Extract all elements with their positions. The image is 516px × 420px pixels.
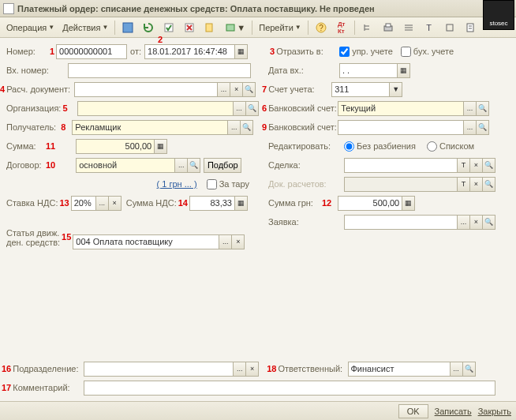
report-icon[interactable] <box>461 19 480 36</box>
request-label: Заявка: <box>268 217 344 227</box>
settle-doc-t-button[interactable]: T <box>457 177 470 192</box>
deal-t-button[interactable]: T <box>457 158 470 173</box>
text-icon[interactable]: T <box>420 19 439 36</box>
ann-15: 15 <box>62 232 71 242</box>
help-icon[interactable]: ? <box>312 19 331 36</box>
rate-hint-link[interactable]: ( 1 грн ... ) <box>157 179 197 189</box>
recipient-search-button[interactable]: 🔍 <box>240 120 253 135</box>
date-in-input[interactable] <box>339 63 398 78</box>
deal-input[interactable] <box>344 158 458 173</box>
actions-menu[interactable]: Действия▼ <box>59 19 111 36</box>
doc-select-button[interactable]: ... <box>217 82 230 97</box>
tare-checkbox[interactable] <box>207 179 217 189</box>
sum-calc-button[interactable]: ▦ <box>154 139 167 154</box>
doc-input[interactable] <box>74 82 218 97</box>
operation-menu[interactable]: Операция▼ <box>3 19 58 36</box>
request-input[interactable] <box>344 215 458 230</box>
ok-button[interactable]: OK <box>398 404 428 418</box>
org-input[interactable] <box>77 101 234 116</box>
acc-checkbox[interactable] <box>401 47 411 57</box>
request-search-button[interactable]: 🔍 <box>482 215 495 230</box>
sum-input[interactable] <box>76 139 155 154</box>
subdiv-clear-button[interactable]: × <box>245 362 259 377</box>
sum-grn-input[interactable] <box>338 196 402 211</box>
bank9-input[interactable] <box>338 120 464 135</box>
app-logo: stosec <box>483 0 514 30</box>
vat-sum-input[interactable] <box>189 196 235 211</box>
contract-input[interactable] <box>76 158 175 173</box>
bank9-select-button[interactable]: ... <box>463 120 477 135</box>
ext-number-input[interactable] <box>68 63 251 78</box>
no-split-label: Без разбиения <box>357 141 416 151</box>
bank6-select-button[interactable]: ... <box>463 101 477 116</box>
bank6-search-button[interactable]: 🔍 <box>476 101 489 116</box>
bank6-input[interactable] <box>338 101 464 116</box>
refresh-icon[interactable] <box>139 19 158 36</box>
cashflow-select-button[interactable]: ... <box>219 234 232 249</box>
contract-search-button[interactable]: 🔍 <box>187 158 200 173</box>
list-icon[interactable] <box>399 19 418 36</box>
goto-menu[interactable]: Перейти▼ <box>256 19 305 36</box>
mgmt-checkbox[interactable] <box>339 47 350 57</box>
date-calendar-button[interactable]: ▦ <box>234 44 248 59</box>
unpost-icon[interactable] <box>180 19 199 36</box>
cashflow-input[interactable] <box>73 234 219 249</box>
contract-select-button[interactable]: ... <box>174 158 188 173</box>
save-icon[interactable] <box>118 19 137 36</box>
ann-6: 6 <box>262 103 267 113</box>
ann-8: 8 <box>61 122 65 132</box>
structure-icon[interactable]: ▼ <box>221 19 249 36</box>
operation-menu-label: Операция <box>6 23 47 32</box>
recipient-select-button[interactable]: ... <box>227 120 241 135</box>
settle-doc-search-button[interactable]: 🔍 <box>482 177 495 192</box>
save-link[interactable]: Записать <box>435 407 472 416</box>
svg-rect-6 <box>226 24 234 31</box>
vat-rate-clear-button[interactable]: × <box>108 196 122 211</box>
close-link[interactable]: Закрыть <box>478 407 511 416</box>
ann-13: 13 <box>59 198 69 208</box>
no-split-radio[interactable] <box>344 141 354 152</box>
print-icon[interactable] <box>379 19 398 36</box>
account-dropdown-button[interactable]: ▼ <box>389 82 402 97</box>
recipient-input[interactable] <box>72 120 228 135</box>
number-input[interactable] <box>56 44 127 59</box>
vat-sum-calc-button[interactable]: ▦ <box>234 196 248 211</box>
doc-search-button[interactable]: 🔍 <box>242 82 256 97</box>
misc-icon[interactable] <box>440 19 459 36</box>
sum-grn-calc-button[interactable]: ▦ <box>402 196 415 211</box>
responsible-select-button[interactable]: ... <box>450 362 463 377</box>
doc-clear-button[interactable]: × <box>230 82 243 97</box>
cashflow-clear-button[interactable]: × <box>231 234 245 249</box>
tree-icon[interactable] <box>358 19 377 36</box>
date-in-calendar-button[interactable]: ▦ <box>397 63 410 78</box>
subdiv-input[interactable] <box>84 362 234 377</box>
ann-16: 16 <box>2 364 11 373</box>
account-input[interactable] <box>331 82 390 97</box>
ann-11: 11 <box>46 141 55 151</box>
vat-rate-select-button[interactable]: ... <box>95 196 109 211</box>
basis-icon[interactable] <box>200 19 219 36</box>
responsible-search-button[interactable]: 🔍 <box>462 362 476 377</box>
deal-clear-button[interactable]: × <box>469 158 483 173</box>
vat-rate-input[interactable] <box>71 196 96 211</box>
request-select-button[interactable]: ... <box>457 215 470 230</box>
dt-kt-icon[interactable]: ДтКт <box>332 19 351 36</box>
date-input[interactable] <box>144 44 235 59</box>
comment-input[interactable] <box>84 381 495 396</box>
responsible-input[interactable] <box>348 362 451 377</box>
org-select-button[interactable]: ... <box>233 101 246 116</box>
ann-4: 4 <box>0 84 5 94</box>
settle-doc-label: Док. расчетов: <box>268 179 344 189</box>
deal-label: Сделка: <box>268 160 344 170</box>
select-button[interactable]: Подбор <box>204 158 241 173</box>
org-search-button[interactable]: 🔍 <box>245 101 259 116</box>
bank9-search-button[interactable]: 🔍 <box>476 120 489 135</box>
deal-search-button[interactable]: 🔍 <box>482 158 495 173</box>
subdiv-select-button[interactable]: ... <box>233 362 246 377</box>
request-clear-button[interactable]: × <box>469 215 483 230</box>
list-radio[interactable] <box>427 141 437 152</box>
svg-rect-5 <box>206 24 212 32</box>
reflect-label: Отразить в: <box>276 47 339 56</box>
post-icon[interactable] <box>159 19 178 36</box>
settle-doc-clear-button[interactable]: × <box>469 177 483 192</box>
